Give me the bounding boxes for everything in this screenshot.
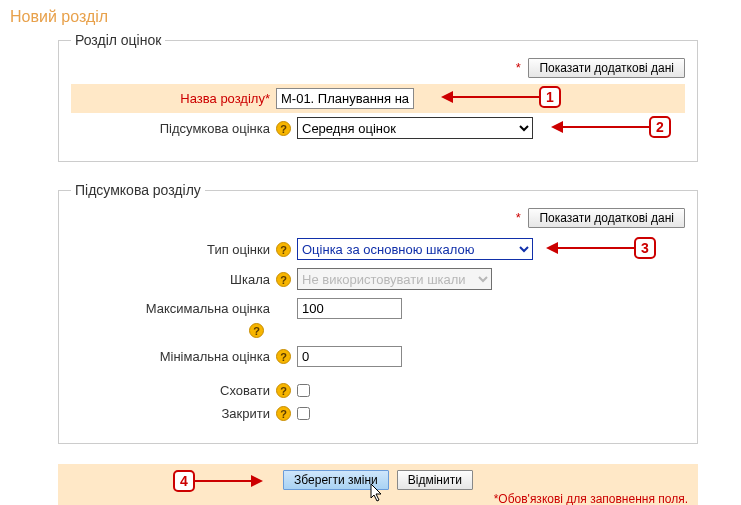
callout-4: 4 (173, 470, 195, 492)
summary-grade-label: Підсумкова оцінка (71, 121, 276, 136)
cancel-button[interactable]: Відмінити (397, 470, 473, 490)
section-name-input[interactable] (276, 88, 414, 109)
page-title: Новий розділ (10, 8, 733, 26)
grades-section-fieldset: Розділ оцінок * Показати додаткові дані … (58, 32, 698, 162)
callout-1: 1 (539, 86, 561, 108)
help-icon[interactable] (276, 242, 291, 257)
callout-2: 2 (649, 116, 671, 138)
help-icon[interactable] (276, 349, 291, 364)
max-grade-input[interactable] (297, 298, 402, 319)
help-icon[interactable] (276, 383, 291, 398)
help-icon[interactable] (249, 323, 264, 338)
max-grade-label: Максимальна оцінка (71, 301, 276, 316)
required-star: * (516, 60, 521, 75)
save-button[interactable]: Зберегти зміни (283, 470, 389, 490)
lock-checkbox[interactable] (297, 407, 310, 420)
grades-section-legend: Розділ оцінок (71, 32, 165, 48)
help-icon[interactable] (276, 272, 291, 287)
help-icon[interactable] (276, 121, 291, 136)
scale-label: Шкала (71, 272, 276, 287)
name-label: Назва розділу* (71, 91, 276, 106)
min-grade-label: Мінімальна оцінка (71, 349, 276, 364)
grade-type-select[interactable]: Оцінка за основною шкалою (297, 238, 533, 260)
required-note: *Обов'язкові для заповнення поля. (68, 492, 688, 505)
hide-checkbox[interactable] (297, 384, 310, 397)
hide-label: Сховати (71, 383, 276, 398)
required-star: * (516, 210, 521, 225)
callout-3: 3 (634, 237, 656, 259)
section-summary-legend: Підсумкова розділу (71, 182, 205, 198)
section-summary-fieldset: Підсумкова розділу * Показати додаткові … (58, 182, 698, 444)
scale-select: Не використовувати шкали (297, 268, 492, 290)
min-grade-input[interactable] (297, 346, 402, 367)
grade-type-label: Тип оцінки (71, 242, 276, 257)
summary-grade-select[interactable]: Середня оцінок (297, 117, 533, 139)
show-additional-button-2[interactable]: Показати додаткові дані (528, 208, 685, 228)
lock-label: Закрити (71, 406, 276, 421)
help-icon[interactable] (276, 406, 291, 421)
show-additional-button[interactable]: Показати додаткові дані (528, 58, 685, 78)
action-bar: 4 Зберегти зміни Відмінити *Обов'язкові … (58, 464, 698, 505)
